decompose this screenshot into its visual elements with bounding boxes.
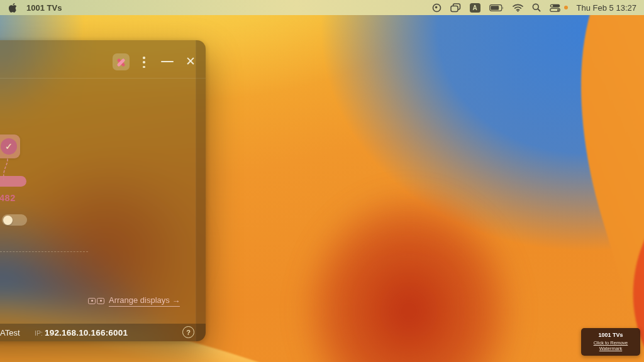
arrange-displays-link[interactable]: Arrange displays → — [88, 295, 180, 307]
more-options-button[interactable] — [141, 55, 147, 69]
notification-dot — [564, 6, 568, 9]
pin-icon — [116, 57, 126, 67]
dashed-divider — [0, 251, 88, 252]
desktop: ✕ ✓ 482 Arrange displays → ATest IP: 192… — [0, 0, 644, 362]
ip-label: IP: — [35, 329, 43, 337]
input-source-icon[interactable]: A — [470, 3, 480, 13]
watermark-badge[interactable]: 1001 TVs Click to Remove Watermark — [581, 328, 640, 356]
spotlight-icon[interactable] — [532, 2, 541, 13]
displays-icon — [88, 298, 104, 304]
wifi-icon[interactable] — [513, 2, 523, 13]
wallpaper-dark-petal — [239, 132, 566, 362]
disc-icon[interactable] — [432, 2, 441, 13]
local-device-avatar — [0, 176, 26, 187]
window-footer: ATest IP: 192.168.10.166:6001 ? — [0, 324, 206, 341]
apple-menu-icon[interactable] — [9, 2, 17, 13]
pin-window-button[interactable] — [113, 53, 130, 70]
active-app-name[interactable]: 1001 TVs — [26, 3, 62, 13]
menu-bar: 1001 TVs A — [0, 0, 644, 15]
device-tile[interactable]: ✓ — [0, 134, 20, 158]
device-id-label: 482 — [0, 193, 16, 203]
window-scrollbar-gutter[interactable] — [196, 40, 206, 341]
watermark-title: 1001 TVs — [584, 332, 637, 338]
arrange-displays-label: Arrange displays → — [109, 295, 180, 307]
check-icon: ✓ — [1, 138, 17, 155]
help-button[interactable]: ? — [182, 326, 194, 338]
menu-bar-clock[interactable]: Thu Feb 5 13:27 — [577, 3, 636, 13]
watermark-remove-link[interactable]: Click to Remove Watermark — [584, 340, 637, 351]
app-window: ✕ ✓ 482 Arrange displays → ATest IP: 192… — [0, 40, 206, 341]
device-name-label: ATest — [0, 328, 20, 337]
windows-stack-icon[interactable] — [450, 2, 461, 13]
minimize-icon — [161, 61, 174, 63]
minimize-button[interactable] — [160, 57, 175, 67]
ip-address-value: 192.168.10.166:6001 — [45, 328, 128, 337]
battery-icon[interactable] — [489, 2, 504, 13]
mirror-toggle[interactable] — [2, 214, 27, 226]
control-center-icon[interactable] — [550, 2, 560, 13]
window-titlebar: ✕ — [0, 40, 206, 79]
toggle-knob — [3, 216, 13, 225]
